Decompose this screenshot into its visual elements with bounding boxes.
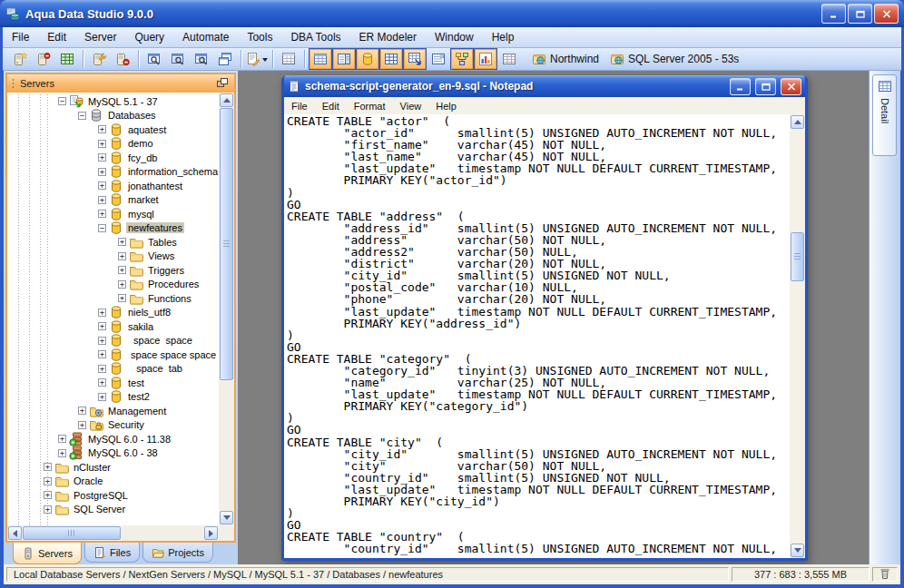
notepad-window[interactable]: schema-script-generator_en-9.sql - Notep… (281, 75, 808, 561)
tree-item-demo[interactable]: +demo (7, 137, 219, 152)
tree-item-mysql[interactable]: +mysql (7, 207, 219, 221)
notepad-close-button[interactable] (781, 78, 801, 95)
tree-horizontal-scrollbar[interactable] (7, 525, 219, 541)
tree-item-triggers[interactable]: +Triggers (7, 263, 219, 278)
notepad-minimize-button[interactable] (730, 78, 751, 95)
tree-item-functions[interactable]: +Functions (7, 291, 219, 306)
collapse-toggle[interactable]: − (78, 112, 86, 120)
scroll-thumb[interactable] (220, 108, 233, 380)
expand-toggle[interactable]: + (118, 238, 126, 246)
tree-item-management[interactable]: +Management (7, 404, 219, 418)
drag-grip-icon[interactable] (12, 78, 15, 90)
scroll-down-button[interactable] (791, 544, 804, 557)
expand-toggle[interactable]: + (98, 168, 106, 176)
tree-item-databases[interactable]: −Databases (7, 109, 219, 123)
minimize-button[interactable] (821, 4, 846, 24)
tree-item-mysql-5-1-37[interactable]: −MySQL 5.1 - 37 (7, 94, 219, 109)
tab-projects[interactable]: Projects (142, 543, 213, 563)
menu-help[interactable]: Help (483, 31, 524, 44)
toggle-form-view-button[interactable] (427, 48, 450, 70)
tree-item-test2[interactable]: +test2 (7, 390, 219, 405)
scroll-up-button[interactable] (791, 115, 804, 129)
app-titlebar[interactable]: Aqua Data Studio 9.0.0 (0, 0, 904, 27)
tab-servers[interactable]: Servers (13, 543, 82, 564)
trash-icon[interactable] (878, 566, 892, 583)
tree-item-sql-server[interactable]: +SQL Server (7, 503, 219, 517)
scroll-right-button[interactable] (204, 526, 218, 540)
tree-item-tables[interactable]: +Tables (7, 235, 219, 250)
expand-toggle[interactable]: + (58, 435, 66, 443)
tree-item-fcy-db[interactable]: +fcy_db (7, 151, 219, 165)
float-panel-button[interactable] (215, 77, 230, 90)
tree-item-space-tab[interactable]: + space tab (7, 362, 219, 377)
tree-item-ncluster[interactable]: +nCluster (7, 460, 219, 475)
notepad-vertical-scrollbar[interactable] (790, 114, 805, 558)
notepad-text-area[interactable]: CREATE TABLE "actor" ( "actor_id" smalli… (284, 114, 790, 558)
menu-query[interactable]: Query (125, 31, 173, 44)
tree-item-niels-utf8[interactable]: +niels_utf8 (7, 306, 219, 320)
expand-toggle[interactable]: + (44, 505, 52, 514)
expand-toggle[interactable]: + (98, 309, 106, 317)
expand-toggle[interactable]: + (98, 181, 106, 190)
tree-item-aquatest[interactable]: +aquatest (7, 122, 219, 137)
expand-toggle[interactable]: + (118, 280, 126, 289)
tree-item-security[interactable]: +Security (7, 418, 219, 433)
expand-toggle[interactable]: + (98, 350, 106, 358)
query-analyzer-results-button[interactable] (166, 48, 190, 70)
scroll-thumb[interactable] (23, 526, 121, 540)
menu-tools[interactable]: Tools (238, 31, 281, 44)
notepad-menu-edit[interactable]: Edit (315, 101, 347, 112)
expand-toggle[interactable]: + (118, 252, 126, 260)
tree-vertical-scrollbar[interactable] (219, 93, 234, 525)
expand-toggle[interactable]: + (118, 294, 126, 302)
toggle-er-view-button[interactable] (450, 48, 474, 70)
tree-item-market[interactable]: +market (7, 193, 219, 208)
connect-server-button[interactable] (55, 48, 79, 70)
notepad-menu-help[interactable]: Help (428, 101, 464, 112)
tree-item-mysql-6-0-11-38[interactable]: +MySQL 6.0 - 11.38 (7, 432, 219, 446)
toggle-table-view-button[interactable] (497, 48, 521, 70)
tree-item-views[interactable]: +Views (7, 250, 219, 264)
expand-toggle[interactable]: + (44, 477, 52, 485)
tree-item-oracle[interactable]: +Oracle (7, 475, 219, 489)
expand-toggle[interactable]: + (98, 365, 106, 373)
tree-item-sakila[interactable]: +sakila (7, 319, 219, 334)
expand-toggle[interactable]: + (78, 407, 86, 415)
menu-er-modeler[interactable]: ER Modeler (350, 31, 426, 44)
maximize-button[interactable] (848, 4, 872, 24)
toggle-text-results-button[interactable] (332, 48, 356, 70)
tree-item-space-space-space[interactable]: + space space space (7, 348, 219, 362)
notepad-maximize-button[interactable] (755, 78, 776, 95)
expand-toggle[interactable]: + (98, 378, 106, 387)
menu-dba-tools[interactable]: DBA Tools (281, 31, 349, 44)
tree-item-procedures[interactable]: +Procedures (7, 278, 219, 292)
scroll-thumb[interactable] (791, 232, 804, 281)
connection-sql-server-2005[interactable]: SQL Server 2005 - 53s (610, 52, 739, 66)
expand-toggle[interactable]: + (98, 140, 106, 148)
expand-toggle[interactable]: + (44, 463, 52, 471)
scroll-up-button[interactable] (220, 93, 233, 107)
toggle-pivot-grid-button[interactable] (403, 48, 427, 70)
servers-panel-header[interactable]: Servers (7, 74, 234, 93)
menu-window[interactable]: Window (426, 31, 483, 44)
expand-toggle[interactable]: + (98, 337, 106, 345)
notepad-menu-view[interactable]: View (393, 101, 429, 112)
tree-item-postgresql[interactable]: +PostgreSQL (7, 488, 219, 503)
menu-automate[interactable]: Automate (173, 31, 238, 44)
notepad-titlebar[interactable]: schema-script-generator_en-9.sql - Notep… (284, 75, 805, 97)
tree-item-test[interactable]: +test (7, 376, 219, 390)
dropdown-arrow-icon[interactable] (262, 58, 268, 64)
cascade-windows-button[interactable] (213, 48, 237, 70)
open-script-button[interactable] (245, 48, 269, 70)
query-analyzer-grid-button[interactable] (190, 48, 213, 70)
unregister-server-button[interactable] (32, 48, 55, 70)
schema-browser-button[interactable] (277, 48, 300, 70)
notepad-menu-format[interactable]: Format (347, 101, 393, 112)
scroll-left-button[interactable] (8, 526, 22, 540)
tree-item-mysql-6-0-38[interactable]: +MySQL 6.0 - 38 (7, 446, 219, 461)
menu-edit[interactable]: Edit (38, 31, 75, 44)
detail-tab[interactable]: Detail (872, 74, 897, 156)
toggle-table-grid-button[interactable] (379, 48, 403, 70)
close-button[interactable] (874, 4, 899, 24)
tree-item-newfeatures[interactable]: −newfeatures (7, 221, 219, 236)
